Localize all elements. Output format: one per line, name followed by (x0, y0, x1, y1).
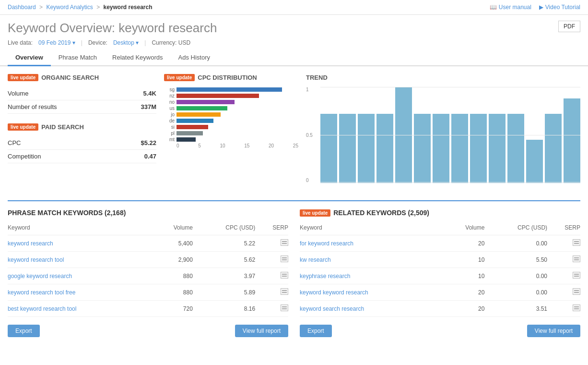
phrase-match-export-button[interactable]: Export (8, 325, 40, 337)
date-link[interactable]: 09 Feb 2019 ▾ (38, 39, 75, 46)
paid-title: PAID SEARCH (41, 123, 84, 131)
phrase-match-serp (255, 301, 288, 317)
organic-results-value: 337M (120, 100, 156, 114)
grid-line-mid (320, 135, 580, 135)
trend-y-05: 0.5 (306, 133, 313, 138)
col-volume-r: Volume (444, 222, 484, 235)
paid-competition-row: Competition 0.47 (8, 150, 156, 163)
user-manual-link[interactable]: 📖 User manual (490, 4, 531, 11)
cpc-bar-container (176, 94, 298, 98)
cpc-bar-row: si (164, 124, 298, 130)
cpc-bar-container (176, 137, 298, 142)
cpc-bar-container (176, 87, 298, 92)
serp-icon-r[interactable] (573, 288, 580, 295)
cpc-panel: live update CPC DISTRIBUTION sgnznousjod… (164, 74, 298, 193)
tab-ads-history[interactable]: Ads History (171, 50, 218, 66)
breadcrumb-dashboard[interactable]: Dashboard (8, 4, 36, 11)
phrase-match-volume: 880 (153, 284, 193, 301)
cpc-bar (176, 94, 259, 98)
breadcrumb: Dashboard > Keyword Analytics > keyword … (8, 4, 153, 11)
phrase-match-keyword-link[interactable]: keyword research tool (8, 256, 64, 263)
related-keyword-link[interactable]: keyphrase research (300, 273, 350, 280)
cpc-title: CPC DISTRIBUTION (198, 74, 257, 81)
phrase-match-title: PHRASE MATCH KEYWORDS (2,168) (8, 209, 126, 217)
tab-phrase-match[interactable]: Phrase Match (51, 50, 105, 66)
section-divider (8, 200, 580, 201)
grid-line-bottom (320, 182, 580, 182)
related-keywords-panel: live update RELATED KEYWORDS (2,509) Key… (300, 209, 580, 337)
main-content: live update ORGANIC SEARCH Volume 5.4K N… (0, 66, 588, 345)
organic-volume-label: Volume (8, 87, 120, 100)
serp-icon-r[interactable] (573, 272, 580, 279)
phrase-match-volume: 5,400 (153, 235, 193, 252)
related-keyword: for keyword research (300, 235, 444, 252)
cpc-bar-container (176, 119, 298, 123)
phrase-match-columns: Keyword Volume CPC (USD) SERP (8, 222, 288, 235)
phrase-match-keyword: keyword research tool free (8, 284, 153, 301)
related-keywords-columns: Keyword Volume CPC (USD) SERP (300, 222, 580, 235)
paid-search-section: live update PAID SEARCH CPC $5.22 Compet… (8, 123, 156, 163)
paid-cpc-row: CPC $5.22 (8, 136, 156, 150)
live-data-label: Live data: (8, 39, 33, 46)
cpc-bar-container (176, 131, 298, 135)
serp-icon-r[interactable] (573, 256, 580, 262)
phrase-match-serp (255, 235, 288, 252)
cpc-bar-label: jo (164, 112, 175, 117)
breadcrumb-current: keyword research (103, 4, 152, 11)
serp-icon[interactable] (281, 304, 288, 311)
organic-header: live update ORGANIC SEARCH (8, 74, 156, 81)
related-keyword-cpc: 0.00 (484, 235, 547, 252)
pdf-button[interactable]: PDF (558, 21, 580, 32)
related-keyword-volume: 20 (444, 235, 484, 252)
serp-icon[interactable] (281, 256, 288, 262)
organic-stats-table: Volume 5.4K Number of results 337M (8, 87, 156, 114)
breadcrumb-keyword-analytics[interactable]: Keyword Analytics (46, 4, 93, 11)
trend-bar (470, 114, 487, 183)
related-keyword-volume: 10 (444, 268, 484, 284)
related-keyword-row: keyphrase research 10 0.00 (300, 268, 580, 284)
serp-icon[interactable] (281, 288, 288, 295)
trend-chart: 1 0.5 0 (306, 87, 580, 193)
phrase-match-cpc: 3.97 (193, 268, 255, 284)
tab-related-keywords[interactable]: Related Keywords (105, 50, 171, 66)
related-keyword-volume: 20 (444, 284, 484, 301)
phrase-match-table: Keyword Volume CPC (USD) SERP keyword re… (8, 222, 288, 317)
paid-cpc-label: CPC (8, 136, 109, 150)
cpc-bar-row: mt (164, 137, 298, 142)
phrase-match-view-full-button[interactable]: View full report (235, 325, 288, 337)
phrase-match-keyword-link[interactable]: keyword research tool free (8, 289, 75, 296)
phrase-match-keyword-link[interactable]: google keyword research (8, 273, 72, 280)
title-keyword: keyword research (118, 21, 217, 35)
phrase-match-keyword: keyword research tool (8, 252, 153, 268)
top-navigation: Dashboard > Keyword Analytics > keyword … (0, 0, 588, 15)
phrase-match-serp (255, 268, 288, 284)
phrase-match-row: keyword research 5,400 5.22 (8, 235, 288, 252)
device-label: Device: (88, 39, 107, 46)
serp-icon-r[interactable] (573, 239, 580, 246)
cpc-bar-label: pl (164, 131, 175, 136)
organic-volume-row: Volume 5.4K (8, 87, 156, 100)
bottom-panels: PHRASE MATCH KEYWORDS (2,168) Keyword Vo… (8, 209, 580, 337)
serp-icon[interactable] (281, 239, 288, 246)
related-keyword-row: keyword search research 20 3.51 (300, 301, 580, 317)
cpc-bar (176, 112, 221, 117)
related-keywords-view-full-button[interactable]: View full report (527, 325, 580, 337)
phrase-match-row: best keyword research tool 720 8.16 (8, 301, 288, 317)
serp-icon[interactable] (281, 272, 288, 279)
related-keywords-header: live update RELATED KEYWORDS (2,509) (300, 209, 580, 217)
video-tutorial-link[interactable]: ▶ Video Tutorial (539, 4, 580, 11)
related-keyword-link[interactable]: keyword keyword research (300, 289, 368, 296)
trend-bar (433, 114, 449, 183)
related-keyword-link[interactable]: for keyword research (300, 240, 353, 247)
related-keyword-link[interactable]: kw research (300, 256, 331, 263)
serp-icon-r[interactable] (573, 304, 580, 311)
live-badge-organic: live update (8, 74, 38, 81)
device-link[interactable]: Desktop ▾ (113, 39, 139, 46)
phrase-match-keyword-link[interactable]: keyword research (8, 240, 53, 247)
phrase-match-keyword-link[interactable]: best keyword research tool (8, 305, 76, 312)
tab-overview[interactable]: Overview (8, 50, 51, 66)
trend-bar (339, 114, 356, 183)
related-keywords-export-button[interactable]: Export (300, 325, 332, 337)
related-keyword-link[interactable]: keyword search research (300, 305, 364, 312)
related-keyword: kw research (300, 252, 444, 268)
